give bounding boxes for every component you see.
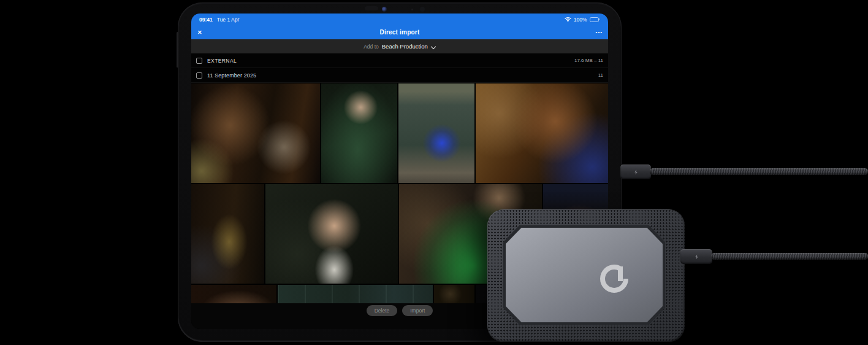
add-to-album-value[interactable]: Beach Production [382,43,428,50]
photo-thumbnail-10[interactable] [278,285,433,303]
usb-cable-cord [650,168,868,175]
mic-dot-icon [411,9,413,10]
front-camera-icon [382,7,387,12]
date-group-label: 11 September 2025 [207,72,256,79]
photo-thumbnail-9[interactable] [191,285,276,303]
ipad-camera-strip [178,2,622,14]
external-ssd-drive [487,209,685,342]
grid-row-1 [191,83,608,183]
photo-thumbnail-6[interactable] [265,184,398,284]
sensor-dot-icon [420,7,425,12]
external-source-row[interactable]: EXTERNAL 17.6 MB – 11 [191,53,608,68]
photo-thumbnail-3[interactable] [398,83,474,183]
date-group-checkbox[interactable] [196,72,202,79]
status-date: Tue 1 Apr [217,17,240,23]
status-bar: 09:41 Tue 1 Apr 100% [191,14,608,25]
camera-sensor-icon [365,6,378,10]
import-button[interactable]: Import [402,305,433,316]
chevron-down-icon[interactable] [431,44,436,49]
more-options-icon[interactable]: ••• [596,30,603,35]
usb-cable-cord [711,253,868,260]
battery-percent: 100% [574,17,587,23]
scene: 09:41 Tue 1 Apr 100% [0,0,868,345]
usb-connector-ipad [620,165,651,179]
status-time: 09:41 [199,17,213,23]
photo-thumbnail-1[interactable] [191,83,320,183]
thunderbolt-icon [634,169,638,175]
g-drive-logo-icon [598,262,631,295]
page-title: Direct import [380,29,420,36]
external-checkbox[interactable] [196,58,202,64]
thunderbolt-icon [695,254,699,260]
ssd-faceplate [506,228,663,322]
date-group-row[interactable]: 11 September 2025 11 [191,68,608,83]
usb-connector-ssd [680,249,712,264]
delete-button[interactable]: Delete [367,305,398,316]
add-to-bar[interactable]: Add to Beach Production [191,39,608,53]
import-source-list: EXTERNAL 17.6 MB – 11 11 September 2025 … [191,53,608,83]
add-to-label: Add to [364,44,379,50]
external-label: EXTERNAL [207,58,237,64]
wifi-icon [565,17,571,22]
title-bar: ✕ Direct import ••• [191,25,608,39]
photo-thumbnail-4[interactable] [476,83,608,183]
photo-thumbnail-5[interactable] [191,184,264,284]
close-icon[interactable]: ✕ [197,29,202,35]
photo-thumbnail-2[interactable] [321,83,397,183]
photo-thumbnail-11[interactable] [434,285,474,303]
battery-icon [590,17,601,22]
ipad-side-button [177,32,178,68]
date-group-count: 11 [598,72,603,78]
external-size-count: 17.6 MB – 11 [574,58,603,63]
ssd-faceplate-frame [503,225,665,325]
